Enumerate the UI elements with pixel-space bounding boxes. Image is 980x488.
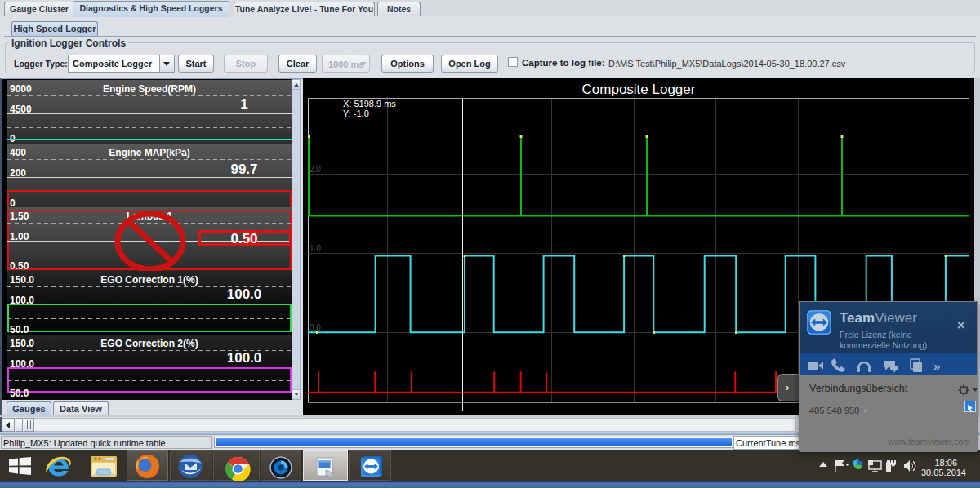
svg-text:X: 5198.9 ms: X: 5198.9 ms [343,99,396,109]
svg-text:0.0: 0.0 [310,323,321,332]
svg-text:1.0: 1.0 [310,244,321,253]
svg-text:»: » [933,359,940,373]
svg-text:2.0: 2.0 [310,165,321,174]
svg-text:Y: -1.0: Y: -1.0 [343,109,369,118]
svg-text:Composite Logger: Composite Logger [582,82,696,97]
